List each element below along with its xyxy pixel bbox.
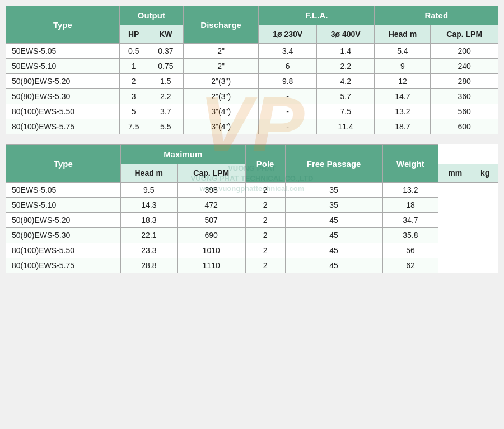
table1-cell: 3.7 [148, 104, 183, 119]
table2-cell: 80(100)EWS-5.50 [6, 243, 121, 258]
table2-cell: 1010 [177, 243, 245, 258]
table2-cell: 398 [177, 183, 245, 198]
table2-cell: 34.7 [382, 213, 438, 228]
table1-cell: 50(80)EWS-5.30 [6, 89, 120, 104]
table2-cell: 2 [245, 228, 285, 243]
table1-cell: 50(80)EWS-5.20 [6, 74, 120, 89]
table2-row: 50EWS-5.1014.347223518 [6, 198, 498, 213]
table1-cell: 11.4 [316, 119, 375, 134]
table1-cell: 9 [375, 59, 431, 74]
table2-cell: 22.1 [120, 228, 177, 243]
t1-fla-header: F.L.A. [259, 6, 375, 25]
table1-cell: 0.75 [148, 59, 183, 74]
table2-cell: 45 [285, 258, 382, 273]
table2-cell: 35 [285, 183, 382, 198]
t2-freepassage-header: Free Passage [285, 145, 382, 183]
table1-cell: 18.7 [375, 119, 431, 134]
table2-row: 80(100)EWS-5.7528.8111024562 [6, 258, 498, 273]
t1-output-header: Output [119, 6, 183, 25]
table2: Type Maximum Pole Free Passage Weight He… [6, 144, 498, 273]
table1-cell: - [259, 119, 317, 134]
table1-cell: 3 [119, 89, 148, 104]
table1-cell: 4.2 [316, 74, 375, 89]
t1-type-header: Type [6, 6, 120, 44]
table1-cell: 2 [119, 74, 148, 89]
table1-row: 80(100)EWS-5.5053.73"(4")-7.513.2560 [6, 104, 498, 119]
table2-cell: 2 [245, 243, 285, 258]
table1-cell: 1.5 [148, 74, 183, 89]
table2-row: 50EWS-5.059.539823513.2 [6, 183, 498, 198]
table1-cell: 2" [183, 59, 258, 74]
table2-cell: 45 [285, 243, 382, 258]
table2-cell: 14.3 [120, 198, 177, 213]
table1-cell: 50EWS-5.10 [6, 59, 120, 74]
table1-cell: 5.7 [316, 89, 375, 104]
t2-pole-header: Pole [245, 145, 285, 183]
table1-cell: 2"(3") [183, 74, 258, 89]
table1-cell: 360 [431, 89, 498, 104]
table2-cell: 507 [177, 213, 245, 228]
table1-cell: 14.7 [375, 89, 431, 104]
table2-cell: 35 [285, 198, 382, 213]
table2-cell: 1110 [177, 258, 245, 273]
table2-cell: 56 [382, 243, 438, 258]
table1-cell: 200 [431, 44, 498, 59]
table1-cell: 7.5 [119, 119, 148, 134]
table1-cell: 1 [119, 59, 148, 74]
table2-cell: 28.8 [120, 258, 177, 273]
table1-row: 50(80)EWS-5.2021.52"(3")9.84.212280 [6, 74, 498, 89]
table2-cell: 50(80)EWS-5.20 [6, 213, 121, 228]
table2-row: 50(80)EWS-5.2018.350724534.7 [6, 213, 498, 228]
table2-row: 50(80)EWS-5.3022.169024535.8 [6, 228, 498, 243]
table1-cell: 2.2 [148, 89, 183, 104]
table1-cell: 80(100)EWS-5.75 [6, 119, 120, 134]
t2-sub-cap: Cap. LPM [177, 164, 245, 183]
page-wrapper: VP VUONG PHAT VUONG PHAT TECHNICAL CO.,L… [6, 6, 498, 273]
table1-cell: 3.4 [259, 44, 317, 59]
t1-kw-header: KW [148, 25, 183, 44]
table1-header-row: Type Output Discharge F.L.A. Rated [6, 6, 498, 25]
table1-cell: 2" [183, 44, 258, 59]
table2-cell: 13.2 [382, 183, 438, 198]
t2-sub-kg: kg [472, 164, 498, 183]
t2-weight-header: Weight [382, 145, 438, 183]
table1-cell: 3"(4") [183, 104, 258, 119]
t1-cap-header: Cap. LPM [431, 25, 498, 44]
table1-cell: 13.2 [375, 104, 431, 119]
table1-cell: 1.4 [316, 44, 375, 59]
table2-cell: 18.3 [120, 213, 177, 228]
table1-cell: 5.4 [375, 44, 431, 59]
table1: Type Output Discharge F.L.A. Rated HP KW… [6, 6, 498, 134]
table1-row: 50(80)EWS-5.3032.22"(3")-5.714.7360 [6, 89, 498, 104]
t1-hp-header: HP [119, 25, 148, 44]
table2-body: 50EWS-5.059.539823513.250EWS-5.1014.3472… [6, 183, 498, 273]
table1-cell: 0.37 [148, 44, 183, 59]
table1-row: 80(100)EWS-5.757.55.53"(4")-11.418.7600 [6, 119, 498, 134]
t1-discharge-header: Discharge [183, 6, 258, 44]
table1-cell: 3"(4") [183, 119, 258, 134]
table2-cell: 80(100)EWS-5.75 [6, 258, 121, 273]
table2-cell: 50(80)EWS-5.30 [6, 228, 121, 243]
table2-cell: 50EWS-5.10 [6, 198, 121, 213]
table1-cell: 240 [431, 59, 498, 74]
t1-fla3-header: 3ø 400V [316, 25, 375, 44]
table1-cell: 50EWS-5.05 [6, 44, 120, 59]
t2-maximum-header: Maximum [120, 145, 245, 164]
table1-cell: 2.2 [316, 59, 375, 74]
table2-cell: 2 [245, 183, 285, 198]
table1-cell: 0.5 [119, 44, 148, 59]
table2-cell: 690 [177, 228, 245, 243]
table1-cell: 5.5 [148, 119, 183, 134]
table1-cell: 5 [119, 104, 148, 119]
table2-cell: 2 [245, 198, 285, 213]
table1-cell: - [259, 104, 317, 119]
t2-sub-head: Head m [120, 164, 177, 183]
table2-cell: 18 [382, 198, 438, 213]
table2-cell: 45 [285, 228, 382, 243]
table1-cell: 280 [431, 74, 498, 89]
t1-fla1-header: 1ø 230V [259, 25, 317, 44]
t2-type-header: Type [6, 145, 121, 183]
table2-cell: 2 [245, 213, 285, 228]
table2-cell: 9.5 [120, 183, 177, 198]
table1-body: 50EWS-5.050.50.372"3.41.45.420050EWS-5.1… [6, 44, 498, 134]
